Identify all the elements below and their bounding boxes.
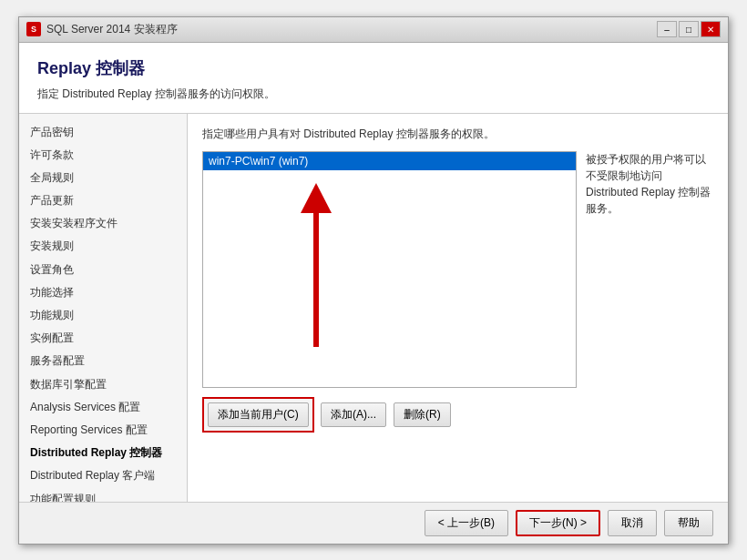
maximize-button[interactable]: □ [679,21,699,37]
other-action-buttons: 添加(A)... 删除(R) [321,402,451,427]
sidebar-item-feature-select[interactable]: 功能选择 [19,281,187,304]
page-title: Replay 控制器 [37,57,710,79]
sidebar: 产品密钥 许可条款 全局规则 产品更新 安装安装程序文件 安装规则 设置角色 功… [19,114,188,502]
panel-body: win7-PC\win7 (win7) 添加当前用户(C) 添加(A [202,151,713,489]
add-button[interactable]: 添加(A)... [321,402,386,427]
sidebar-item-setup-role[interactable]: 设置角色 [19,259,187,281]
sidebar-item-distributed-replay-controller[interactable]: Distributed Replay 控制器 [19,442,187,464]
close-button[interactable]: ✕ [701,21,721,37]
minimize-button[interactable]: – [657,21,677,37]
window-title: SQL Server 2014 安装程序 [46,22,178,37]
sidebar-item-feature-config-rules[interactable]: 功能配置规则 [19,488,187,502]
sidebar-item-license[interactable]: 许可条款 [19,144,187,167]
cancel-button[interactable]: 取消 [608,510,657,536]
sidebar-item-product-key[interactable]: 产品密钥 [19,121,187,144]
right-description: 被授予权限的用户将可以不受限制地访问 Distributed Replay 控制… [586,151,713,489]
sidebar-item-install-rules[interactable]: 安装规则 [19,235,187,258]
user-list[interactable]: win7-PC\win7 (win7) [202,151,577,388]
sidebar-item-reporting-services[interactable]: Reporting Services 配置 [19,419,187,442]
app-icon: S [26,22,41,36]
sidebar-item-global-rules[interactable]: 全局规则 [19,167,187,189]
remove-button[interactable]: 删除(R) [394,402,451,427]
sidebar-item-feature-rules[interactable]: 功能规则 [19,304,187,327]
sidebar-item-product-update[interactable]: 产品更新 [19,189,187,212]
sidebar-item-db-engine-config[interactable]: 数据库引擎配置 [19,373,187,396]
back-button[interactable]: < 上一步(B) [425,510,508,536]
list-section: win7-PC\win7 (win7) 添加当前用户(C) 添加(A [202,151,577,489]
titlebar-buttons: – □ ✕ [657,21,721,37]
sidebar-item-instance-config[interactable]: 实例配置 [19,327,187,350]
add-current-user-button[interactable]: 添加当前用户(C) [208,402,309,427]
header-section: Replay 控制器 指定 Distributed Replay 控制器服务的访… [19,43,728,114]
main-panel: 指定哪些用户具有对 Distributed Replay 控制器服务的权限。 w… [188,114,728,502]
main-window: S SQL Server 2014 安装程序 – □ ✕ Replay 控制器 … [18,16,729,545]
user-list-item[interactable]: win7-PC\win7 (win7) [203,152,576,170]
sidebar-item-server-config[interactable]: 服务器配置 [19,350,187,372]
add-current-user-highlight: 添加当前用户(C) [202,397,314,433]
titlebar: S SQL Server 2014 安装程序 – □ ✕ [19,17,728,43]
footer: < 上一步(B) 下一步(N) > 取消 帮助 [19,502,728,544]
header-description: 指定 Distributed Replay 控制器服务的访问权限。 [37,87,710,102]
sidebar-item-install-files[interactable]: 安装安装程序文件 [19,212,187,235]
sidebar-item-distributed-replay-client[interactable]: Distributed Replay 客户端 [19,464,187,487]
help-button[interactable]: 帮助 [664,510,713,536]
content-area: 产品密钥 许可条款 全局规则 产品更新 安装安装程序文件 安装规则 设置角色 功… [19,114,728,502]
sidebar-item-analysis-services[interactable]: Analysis Services 配置 [19,396,187,419]
titlebar-left: S SQL Server 2014 安装程序 [26,22,178,37]
main-description: 指定哪些用户具有对 Distributed Replay 控制器服务的权限。 [202,127,713,142]
next-button[interactable]: 下一步(N) > [516,510,600,536]
